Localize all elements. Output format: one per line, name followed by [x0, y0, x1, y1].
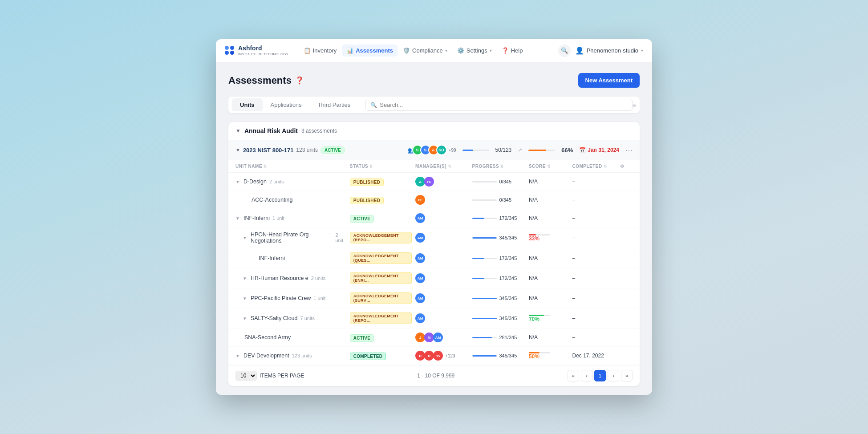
pagination-controls: « ‹ 1 › » — [568, 370, 633, 381]
progress-bar — [472, 318, 497, 319]
row-managers: AM — [415, 293, 468, 303]
nav-inventory[interactable]: 📋 Inventory — [299, 45, 341, 57]
search-icon: 🔍 — [370, 102, 377, 108]
manager-avatar: M — [424, 333, 434, 342]
status-badge: ACKNOWLEDGEMENT (REPO… — [350, 232, 412, 243]
assessment-score-bar — [528, 150, 555, 151]
nav-items: 📋 Inventory 📊 Assessments 🛡️ Compliance … — [299, 45, 555, 57]
assessment-due-date: 📅 Jan 31, 2024 — [579, 147, 619, 153]
avatar-overflow-count: +99 — [449, 148, 456, 153]
row-completed: – — [572, 275, 617, 281]
nav-right: 🔍 👤 Phenomenon-studio ▾ — [558, 45, 643, 57]
nav-compliance-label: Compliance — [412, 47, 443, 54]
assessment-score-pct: 66% — [561, 147, 573, 154]
pagination-next-button[interactable]: › — [608, 370, 619, 381]
row-progress: 0/345 — [472, 179, 525, 184]
progress-text: 172/345 — [499, 256, 517, 261]
unit-name-text: INF-Inferni — [243, 215, 270, 221]
user-menu-button[interactable]: 👤 Phenomenon-studio ▾ — [575, 46, 643, 55]
new-assessment-button[interactable]: New Assessment — [578, 73, 640, 88]
row-status: ACTIVE — [350, 333, 412, 342]
table-row: ▼ HPON-Head Pirate Org Negotiations 2 un… — [228, 227, 640, 248]
row-completed: – — [572, 215, 617, 221]
progress-bar — [472, 237, 497, 239]
trend-up-icon: ↗ — [518, 147, 522, 153]
assessment-score-fraction: 50/123 — [495, 147, 512, 153]
progress-text: 281/345 — [499, 335, 517, 340]
tab-applications[interactable]: Applications — [263, 98, 310, 111]
table-row: ACC-Accounting PUBLISHED FF 0/345 N/A – — [228, 191, 640, 209]
manager-avatar: AM — [433, 333, 443, 342]
row-managers: AM — [415, 253, 468, 263]
th-completed: COMPLETED ⇅ — [572, 164, 617, 169]
row-completed: – — [572, 197, 617, 203]
assessment-chevron-icon: ▼ — [235, 147, 240, 153]
unit-name-text: SNA-Second Army — [244, 334, 291, 341]
unit-name-text: D-Design — [243, 178, 267, 185]
progress-bar — [472, 355, 497, 357]
sort-progress-icon[interactable]: ⇅ — [500, 164, 504, 169]
page-help-icon[interactable]: ❓ — [295, 76, 304, 85]
status-badge: PUBLISHED — [350, 197, 384, 204]
progress-text: 172/345 — [499, 276, 517, 281]
inventory-icon: 📋 — [304, 47, 311, 54]
row-status: ACKNOWLEDGEMENT (QUES… — [350, 252, 412, 264]
assessment-units-count: 123 units — [296, 147, 318, 153]
page-title-area: Assessments ❓ — [228, 75, 304, 86]
pagination-prev-button[interactable]: ‹ — [581, 370, 592, 381]
sort-status-icon[interactable]: ⇅ — [369, 164, 373, 169]
navbar: Ashford INSTITUTE OF TECHNOLOGY 📋 Invent… — [216, 39, 652, 62]
global-search-button[interactable]: 🔍 — [558, 45, 571, 57]
tab-third-parties[interactable]: Third Parties — [310, 98, 359, 111]
row-sub-count: 2 units — [269, 179, 284, 184]
table-row: ▼ D-Design 2 units PUBLISHED AFE 0/345 N… — [228, 173, 640, 191]
assessment-status-badge: ACTIVE — [320, 146, 345, 154]
nav-help[interactable]: ❓ Help — [497, 45, 527, 57]
manager-avatar: AM — [415, 313, 425, 323]
search-input[interactable] — [380, 101, 628, 108]
logo-dots — [225, 46, 235, 55]
table-row: INF-Inferni ACKNOWLEDGEMENT (QUES… AM 17… — [228, 248, 640, 268]
compliance-dropdown-icon: ▾ — [445, 48, 447, 53]
row-score: N/A — [529, 197, 569, 203]
group-header[interactable]: ▼ Annual Risk Audit 3 assessments — [228, 122, 640, 140]
per-page-select[interactable]: 102550 — [235, 371, 257, 381]
row-progress: 345/345 — [472, 235, 525, 240]
nav-settings[interactable]: ⚙️ Settings ▾ — [453, 45, 496, 57]
sort-managers-icon[interactable]: ⇅ — [448, 164, 452, 169]
tab-units[interactable]: Units — [232, 98, 263, 111]
sort-unit-name-icon[interactable]: ⇅ — [264, 164, 268, 169]
pagination-page-1-button[interactable]: 1 — [594, 370, 606, 381]
assessment-more-button[interactable]: ⋯ — [625, 146, 633, 154]
row-score: N/A — [529, 334, 569, 341]
user-dropdown-icon: ▾ — [641, 48, 643, 53]
filter-icon[interactable]: ≡ — [633, 101, 636, 109]
settings-icon: ⚙️ — [457, 47, 464, 54]
nav-compliance[interactable]: 🛡️ Compliance ▾ — [398, 45, 452, 57]
row-sub-count: 7 units — [300, 316, 315, 321]
row-chevron-icon: ▼ — [235, 216, 240, 221]
sort-score-icon[interactable]: ⇅ — [547, 164, 551, 169]
row-sub-count: 123 units — [292, 353, 312, 358]
sort-completed-icon[interactable]: ⇅ — [604, 164, 608, 169]
row-status: COMPLETED — [350, 352, 412, 360]
nav-help-label: Help — [511, 47, 523, 54]
nav-assessments[interactable]: 📊 Assessments — [342, 45, 397, 57]
row-unit-name: ▼ PPC-Pacific Pirate Crew 1 unit — [235, 295, 346, 301]
status-badge: COMPLETED — [350, 353, 386, 360]
manager-avatar: AM — [415, 273, 425, 283]
assessment-name[interactable]: ▼ 2023 NIST 800-171 123 units ACTIVE — [235, 146, 345, 154]
manager-avatar: J — [415, 333, 425, 342]
row-managers: JMAM — [415, 333, 468, 342]
row-chevron-icon: ▼ — [235, 179, 240, 184]
progress-bar — [472, 337, 497, 338]
compliance-icon: 🛡️ — [403, 47, 410, 54]
row-status: ACKNOWLEDGEMENT (REPO… — [350, 232, 412, 243]
table-settings-icon[interactable]: ⚙ — [620, 164, 625, 169]
pagination-last-button[interactable]: » — [621, 370, 633, 381]
row-score-pct: 70% — [529, 316, 539, 322]
nav-settings-label: Settings — [466, 47, 487, 54]
row-score-pct: 33% — [529, 235, 539, 242]
avatar-sd: SD — [436, 145, 447, 155]
pagination-first-button[interactable]: « — [568, 370, 579, 381]
